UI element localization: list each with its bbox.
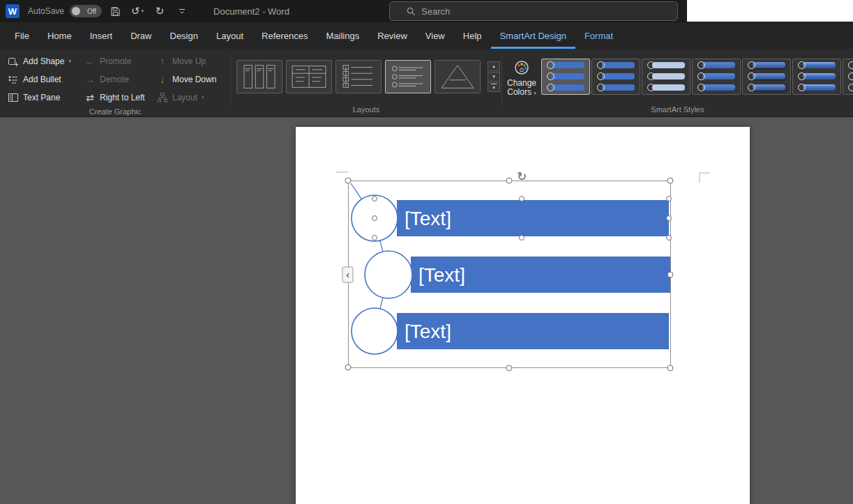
selection-handle[interactable] [667, 236, 672, 240]
chevron-down-icon: ▾ [492, 74, 495, 79]
move-up-button[interactable]: ↑ Move Up [153, 53, 226, 70]
demote-label: Demote [100, 75, 129, 84]
chevron-down-icon: ▾ [534, 91, 536, 96]
style-circle-icon [848, 72, 853, 80]
style-option-7[interactable] [843, 59, 853, 95]
layout-preview-table-icon [287, 61, 331, 93]
selection-handle[interactable] [506, 365, 512, 371]
selection-handle[interactable] [520, 236, 524, 240]
selection-handle[interactable] [667, 216, 672, 221]
add-bullet-button[interactable]: Add Bullet [4, 71, 81, 88]
tab-file[interactable]: File [6, 22, 38, 49]
tab-home[interactable]: Home [38, 22, 81, 49]
change-colors-button[interactable]: Change Colors ▾ [502, 56, 541, 98]
style-circle-icon [798, 61, 806, 69]
demote-button[interactable]: → Demote [81, 71, 153, 88]
style-bar-icon [552, 62, 584, 68]
selection-handle[interactable] [667, 365, 673, 371]
add-bullet-icon [8, 74, 19, 85]
right-to-left-label: Right to Left [100, 93, 145, 102]
redo-button[interactable]: ↻ [151, 2, 169, 20]
style-option-6[interactable] [792, 59, 841, 95]
undo-icon: ↺ [131, 5, 140, 17]
quick-access-customize-button[interactable] [173, 2, 191, 20]
style-circle-icon [697, 72, 705, 80]
gallery-scroll-up-button[interactable]: ▴ [488, 61, 500, 71]
selection-handle[interactable] [372, 197, 377, 201]
add-bullet-label: Add Bullet [23, 75, 61, 84]
move-down-button[interactable]: ↓ Move Down [153, 71, 226, 88]
smartart-item-text-1[interactable]: [Text] [405, 208, 451, 229]
text-pane-icon [8, 92, 19, 103]
smartart-item-text-3[interactable]: [Text] [405, 321, 451, 342]
tab-review[interactable]: Review [368, 22, 416, 49]
layout-option-2[interactable] [286, 60, 332, 93]
style-option-4[interactable] [692, 59, 741, 95]
style-circle-icon [597, 72, 605, 80]
style-bar-icon [753, 84, 785, 91]
move-down-label: Move Down [172, 75, 216, 84]
selection-handle[interactable] [667, 197, 672, 201]
tab-format[interactable]: Format [575, 22, 622, 49]
style-circle-icon [748, 84, 755, 91]
save-button[interactable] [106, 2, 124, 20]
selection-handle[interactable] [372, 236, 377, 240]
undo-button[interactable]: ↺ ▾ [128, 2, 146, 20]
add-shape-label: Add Shape [23, 56, 64, 66]
selection-handle[interactable] [667, 178, 673, 183]
add-shape-button[interactable]: Add Shape ▾ [4, 53, 81, 70]
smartart-circle-2[interactable] [365, 251, 412, 298]
tab-view[interactable]: View [416, 22, 454, 49]
tab-design[interactable]: Design [161, 22, 207, 49]
smartart-circle-3[interactable] [352, 308, 398, 354]
layout-option-4[interactable] [385, 60, 431, 93]
style-circle-icon [597, 61, 605, 69]
document-page[interactable]: [Text] [Text] [Text] ↻ [296, 127, 750, 504]
layout-button[interactable]: Layout ▾ [153, 89, 226, 106]
style-circle-icon [547, 61, 554, 69]
gallery-scroll-down-button[interactable]: ▾ [488, 72, 500, 82]
tab-references[interactable]: References [252, 22, 317, 49]
style-circle-icon [647, 61, 655, 69]
text-pane-button[interactable]: Text Pane [4, 89, 81, 106]
gallery-more-button[interactable]: ▾ [488, 82, 500, 92]
autosave-toggle[interactable]: Off [70, 5, 102, 17]
layout-option-5[interactable] [435, 60, 481, 93]
tab-insert[interactable]: Insert [81, 22, 122, 49]
chevron-down-icon: ▾ [492, 85, 495, 90]
tab-smartart-design[interactable]: SmartArt Design [491, 22, 575, 49]
style-option-5[interactable] [742, 59, 791, 95]
promote-button[interactable]: ← Promote [81, 53, 153, 70]
smartart-item-text-2[interactable]: [Text] [418, 264, 465, 286]
style-option-3[interactable] [642, 59, 690, 95]
gallery-more-icon [491, 84, 497, 84]
tab-layout[interactable]: Layout [207, 22, 252, 49]
layout-option-1[interactable] [236, 60, 282, 93]
selection-handle[interactable] [372, 216, 377, 221]
rotate-handle[interactable]: ↻ [517, 170, 527, 183]
style-circle-icon [547, 84, 554, 91]
group-label-create-graphic: Create Graphic [0, 106, 230, 117]
text-pane-toggle-button[interactable]: ‹ [342, 267, 353, 282]
right-to-left-button[interactable]: ⇄ Right to Left [81, 89, 153, 106]
tab-help[interactable]: Help [454, 22, 491, 49]
layout-option-3[interactable] [335, 60, 382, 93]
selection-handle[interactable] [520, 197, 524, 201]
search-input[interactable]: Search [389, 1, 678, 21]
style-option-1[interactable] [541, 59, 590, 95]
tab-draw[interactable]: Draw [121, 22, 160, 49]
selection-handle[interactable] [506, 178, 512, 183]
word-logo-icon: W [6, 4, 20, 18]
selection-handle[interactable] [345, 365, 351, 370]
titlebar: W AutoSave Off ↺ ▾ ↻ Document2 - Word Se… [0, 0, 853, 22]
selection-handle[interactable] [345, 178, 351, 183]
style-option-2[interactable] [591, 59, 640, 95]
tab-mailings[interactable]: Mailings [317, 22, 369, 49]
margin-crop-mark [700, 173, 710, 183]
promote-label: Promote [100, 56, 131, 66]
selection-handle[interactable] [667, 272, 673, 277]
style-circle-icon [848, 61, 853, 69]
style-circle-icon [748, 72, 755, 80]
group-create-graphic: Add Shape ▾ Add Bullet Te [0, 49, 230, 116]
style-bar-icon [803, 73, 836, 79]
